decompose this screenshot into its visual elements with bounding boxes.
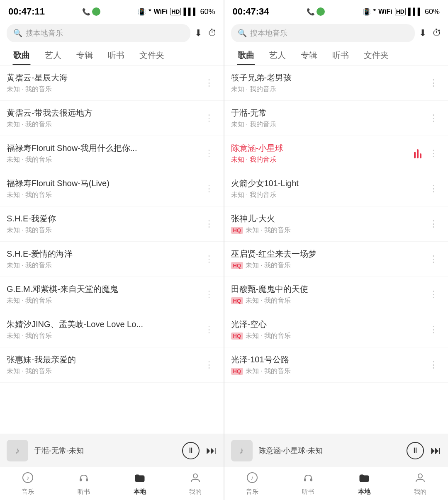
download-button[interactable]: ⬇ — [419, 28, 426, 39]
song-item[interactable]: 巫启贤-红尘来去一场梦 HQ 未知 · 我的音乐 ⋮ — [224, 242, 448, 277]
hq-badge: HQ — [231, 368, 243, 375]
search-input[interactable]: 🔍 搜本地音乐 — [7, 24, 190, 42]
song-more-button[interactable]: ⋮ — [201, 146, 217, 160]
song-item[interactable]: 黄霑云-星辰大海 未知 · 我的音乐 ⋮ — [0, 66, 224, 101]
song-meta: 未知 · 我的音乐 — [231, 120, 426, 129]
song-item[interactable]: 张神儿-大火 HQ 未知 · 我的音乐 ⋮ — [224, 206, 448, 242]
song-item[interactable]: 火箭少女101-Light 未知 · 我的音乐 ⋮ — [224, 171, 448, 206]
tabs: 歌曲艺人专辑听书文件夹 — [0, 46, 224, 66]
next-button[interactable]: ⏭ — [206, 444, 217, 457]
status-bar: 00:47:34 📞 📳 * WiFi HD ▌▌▌ 60% — [224, 0, 448, 21]
song-list: 黄霑云-星辰大海 未知 · 我的音乐 ⋮ 黄霑云-带我去很远地方 未知 · 我的… — [0, 66, 224, 434]
song-item[interactable]: 光泽-101号公路 HQ 未知 · 我的音乐 ⋮ — [224, 347, 448, 383]
bar1 — [414, 152, 416, 158]
tab-艺人[interactable]: 艺人 — [263, 46, 292, 65]
pause-button[interactable]: ⏸ — [182, 442, 200, 459]
hq-badge: HQ — [231, 297, 243, 304]
tab-专辑[interactable]: 专辑 — [70, 46, 100, 65]
song-item[interactable]: G.E.M.邓紫棋-来自天堂的魔鬼 未知 · 我的音乐 ⋮ — [0, 277, 224, 312]
song-item[interactable]: 黄霑云-带我去很远地方 未知 · 我的音乐 ⋮ — [0, 101, 224, 136]
search-actions: ⬇ ⏱ — [195, 28, 217, 39]
nav-item-我的[interactable]: 我的 — [179, 472, 212, 496]
song-info: 黄霑云-带我去很远地方 未知 · 我的音乐 — [7, 107, 201, 129]
nav-item-音乐[interactable]: ♪ 音乐 — [11, 472, 44, 496]
song-meta: 未知 · 我的音乐 — [231, 191, 426, 199]
nav-icon-听书 — [78, 472, 90, 486]
song-more-button[interactable]: ⋮ — [426, 287, 441, 301]
song-item[interactable]: 福禄寿Floruit Show-马(Live) 未知 · 我的音乐 ⋮ — [0, 171, 224, 206]
song-item[interactable]: 福禄寿Floruit Show-我用什么把你... 未知 · 我的音乐 ⋮ — [0, 136, 224, 171]
song-more-button[interactable]: ⋮ — [426, 111, 441, 125]
now-playing-bar: ♪ 陈意涵-小星球-未知 ⏸ ⏭ — [224, 434, 448, 467]
song-more-button[interactable]: ⋮ — [426, 146, 441, 160]
song-item[interactable]: 田馥甄-魔鬼中的天使 HQ 未知 · 我的音乐 ⋮ — [224, 277, 448, 312]
song-item[interactable]: S.H.E-爱情的海洋 未知 · 我的音乐 ⋮ — [0, 242, 224, 277]
song-item[interactable]: 于湉-无常 未知 · 我的音乐 ⋮ — [224, 101, 448, 136]
next-button[interactable]: ⏭ — [431, 444, 441, 457]
song-more-button[interactable]: ⋮ — [426, 217, 441, 231]
now-playing-info: 于湉-无常-未知 — [34, 446, 176, 456]
nav-icon-听书 — [302, 472, 314, 486]
timer-button[interactable]: ⏱ — [208, 28, 217, 39]
nav-item-听书[interactable]: 听书 — [292, 472, 325, 496]
tab-文件夹[interactable]: 文件夹 — [133, 46, 171, 65]
song-more-button[interactable]: ⋮ — [201, 287, 217, 301]
tab-艺人[interactable]: 艺人 — [38, 46, 68, 65]
song-info: 朱婧汐JING、孟美岐-Love Love Lo... 未知 · 我的音乐 — [7, 319, 201, 340]
timer-button[interactable]: ⏱ — [432, 28, 441, 39]
song-info: 巫启贤-红尘来去一场梦 HQ 未知 · 我的音乐 — [231, 248, 426, 270]
phone-icon: 📞 — [82, 8, 90, 16]
nav-item-听书[interactable]: 听书 — [67, 472, 100, 496]
search-input[interactable]: 🔍 搜本地音乐 — [231, 24, 415, 42]
status-time: 00:47:34 — [233, 6, 269, 17]
song-item[interactable]: 朱婧汐JING、孟美岐-Love Love Lo... 未知 · 我的音乐 ⋮ — [0, 312, 224, 347]
tab-专辑[interactable]: 专辑 — [294, 46, 324, 65]
song-item[interactable]: 张惠妹-我最亲爱的 未知 · 我的音乐 ⋮ — [0, 347, 224, 383]
song-info: 陈意涵-小星球 未知 · 我的音乐 — [231, 143, 414, 164]
song-meta: HQ 未知 · 我的音乐 — [231, 296, 426, 305]
song-more-button[interactable]: ⋮ — [426, 323, 441, 337]
now-playing-info: 陈意涵-小星球-未知 — [258, 446, 401, 456]
tab-听书[interactable]: 听书 — [101, 46, 131, 65]
song-title: 陈意涵-小星球 — [231, 143, 414, 154]
song-more-button[interactable]: ⋮ — [426, 76, 441, 90]
song-more-button[interactable]: ⋮ — [426, 358, 441, 372]
song-item[interactable]: S.H.E-我爱你 未知 · 我的音乐 ⋮ — [0, 206, 224, 242]
song-more-button[interactable]: ⋮ — [426, 252, 441, 266]
nav-item-本地[interactable]: 本地 — [123, 472, 156, 496]
nav-item-本地[interactable]: 本地 — [348, 472, 381, 496]
tab-歌曲[interactable]: 歌曲 — [231, 46, 261, 65]
download-button[interactable]: ⬇ — [195, 28, 202, 39]
song-more-button[interactable]: ⋮ — [201, 76, 217, 90]
vibrate-icon: 📳 — [363, 8, 371, 16]
song-more-button[interactable]: ⋮ — [201, 182, 217, 196]
nav-item-我的[interactable]: 我的 — [404, 472, 437, 496]
svg-point-9 — [418, 474, 422, 478]
song-more-button[interactable]: ⋮ — [201, 252, 217, 266]
song-item[interactable]: 筷子兄弟-老男孩 未知 · 我的音乐 ⋮ — [224, 66, 448, 101]
song-more-button[interactable]: ⋮ — [201, 358, 217, 372]
song-item[interactable]: 光泽-空心 HQ 未知 · 我的音乐 ⋮ — [224, 312, 448, 347]
nav-label-我的: 我的 — [189, 488, 202, 496]
song-info: 福禄寿Floruit Show-我用什么把你... 未知 · 我的音乐 — [7, 143, 201, 164]
song-more-button[interactable]: ⋮ — [426, 182, 441, 196]
nav-icon-本地 — [134, 472, 146, 486]
song-item[interactable]: 陈意涵-小星球 未知 · 我的音乐 ⋮ — [224, 136, 448, 171]
tab-听书[interactable]: 听书 — [326, 46, 355, 65]
nav-item-音乐[interactable]: ♪ 音乐 — [236, 472, 269, 496]
pause-button[interactable]: ⏸ — [407, 442, 424, 459]
search-icon: 🔍 — [13, 29, 22, 38]
tab-文件夹[interactable]: 文件夹 — [357, 46, 395, 65]
song-info: 光泽-101号公路 HQ 未知 · 我的音乐 — [231, 354, 426, 376]
song-more-button[interactable]: ⋮ — [201, 111, 217, 125]
tab-歌曲[interactable]: 歌曲 — [7, 46, 37, 65]
nav-label-本地: 本地 — [358, 488, 370, 496]
hq-badge: HQ — [231, 262, 243, 269]
song-title: 田馥甄-魔鬼中的天使 — [231, 284, 426, 295]
bottom-nav: ♪ 音乐 听书 本地 我的 — [0, 467, 224, 500]
song-info: 光泽-空心 HQ 未知 · 我的音乐 — [231, 319, 426, 340]
song-more-button[interactable]: ⋮ — [201, 217, 217, 231]
song-more-button[interactable]: ⋮ — [201, 323, 217, 337]
phone-panel-right: 00:47:34 📞 📳 * WiFi HD ▌▌▌ 60% 🔍 搜本地音乐 ⬇ — [224, 0, 448, 500]
search-placeholder: 搜本地音乐 — [26, 28, 63, 38]
